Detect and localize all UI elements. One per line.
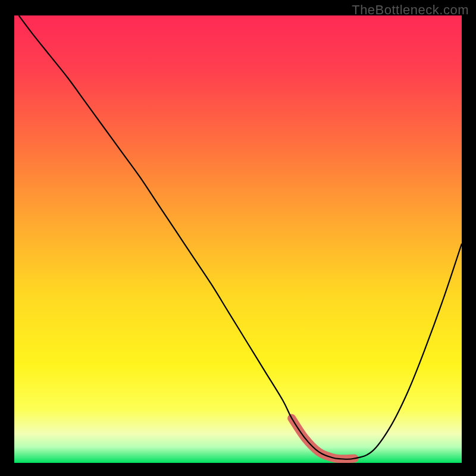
gradient-background [14, 15, 462, 463]
chart-root: TheBottleneck.com [0, 0, 476, 476]
chart-svg [0, 0, 476, 476]
watermark-text: TheBottleneck.com [352, 2, 469, 18]
